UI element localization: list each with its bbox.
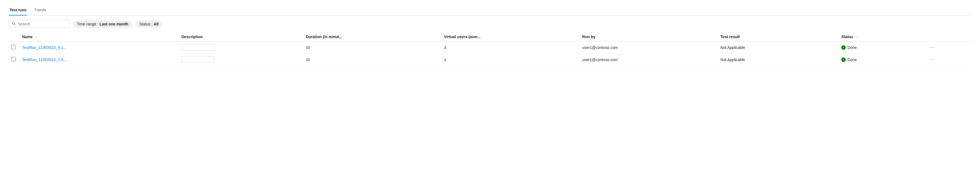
status-separator: : — [151, 22, 153, 26]
tabs-container: Test runs Trends — [9, 6, 971, 16]
row2-checkbox[interactable] — [11, 57, 16, 61]
table-header-row: Name ↑↓ Description Duration (in minut..… — [9, 32, 971, 41]
table-container: Name ↑↓ Description Duration (in minut..… — [9, 32, 971, 66]
time-range-filter[interactable]: Time range : Last one month — [73, 21, 132, 28]
search-input[interactable] — [18, 22, 67, 26]
col-header-run-by: Run by — [579, 32, 717, 41]
time-range-value: Last one month — [99, 22, 128, 26]
row1-status-label: Done — [847, 45, 856, 50]
row1-actions-cell: ··· — [924, 41, 971, 54]
search-icon — [12, 22, 16, 26]
row2-done-icon — [841, 57, 846, 62]
row1-name-cell: TestRun_11/8/2023_9:1... — [19, 41, 178, 54]
row1-checkbox[interactable] — [11, 45, 16, 49]
col-header-checkbox — [9, 32, 19, 41]
status-value: All — [154, 22, 159, 26]
row2-name-cell: TestRun_11/8/2023_7:5... — [19, 54, 178, 66]
status-filter[interactable]: Status : All — [135, 21, 162, 28]
search-box[interactable] — [9, 20, 70, 28]
row1-name-link[interactable]: TestRun_11/8/2023_9:1... — [22, 45, 66, 50]
col-header-virtual-users: Virtual users (aver... — [441, 32, 579, 41]
row1-description-input[interactable] — [181, 44, 215, 51]
row1-description-cell — [178, 41, 302, 54]
test-runs-table: Name ↑↓ Description Duration (in minut..… — [9, 32, 971, 66]
row1-more-actions-button[interactable]: ··· — [928, 44, 936, 51]
row2-description-input[interactable] — [181, 56, 215, 63]
row2-test-result-cell: Not Applicable — [717, 54, 838, 66]
row2-name-link[interactable]: TestRun_11/8/2023_7:5... — [22, 57, 66, 62]
row2-run-by-cell: user1@contoso.com — [579, 54, 717, 66]
col-header-name[interactable]: Name ↑↓ — [19, 32, 178, 41]
tab-trends[interactable]: Trends — [34, 6, 47, 16]
col-header-status[interactable]: Status ↑↓ — [838, 32, 924, 41]
tab-test-runs[interactable]: Test runs — [9, 6, 27, 16]
time-range-label: Time range — [77, 22, 96, 26]
col-header-description: Description — [178, 32, 302, 41]
row1-test-result-cell: Not Applicable — [717, 41, 838, 54]
name-sort-icon[interactable]: ↑↓ — [35, 36, 38, 38]
row1-checkbox-cell[interactable] — [9, 41, 19, 54]
row1-status-cell: Done — [838, 41, 924, 54]
toolbar: Time range : Last one month Status : All — [9, 20, 971, 28]
table-row: TestRun_11/8/2023_7:5... 10 3 user1@cont… — [9, 54, 971, 66]
row1-virtual-users-cell: 3 — [441, 41, 579, 54]
col-header-duration: Duration (in minut... — [302, 32, 441, 41]
table-row: TestRun_11/8/2023_9:1... 10 3 user1@cont… — [9, 41, 971, 54]
row2-status-cell: Done — [838, 54, 924, 66]
status-label: Status — [139, 22, 150, 26]
row2-description-cell — [178, 54, 302, 66]
col-header-test-result: Test result — [717, 32, 838, 41]
status-sort-icon[interactable]: ↑↓ — [855, 36, 858, 38]
row1-duration-cell: 10 — [302, 41, 441, 54]
svg-line-1 — [14, 24, 16, 25]
row2-checkbox-cell[interactable] — [9, 54, 19, 66]
row2-actions-cell: ··· — [924, 54, 971, 66]
row1-done-icon — [841, 45, 846, 50]
row1-run-by-cell: user1@contoso.com — [579, 41, 717, 54]
row2-more-actions-button[interactable]: ··· — [928, 56, 936, 63]
row2-status-label: Done — [847, 57, 856, 62]
row2-virtual-users-cell: 3 — [441, 54, 579, 66]
col-header-actions — [924, 32, 971, 41]
time-range-separator: : — [97, 22, 99, 26]
row2-duration-cell: 10 — [302, 54, 441, 66]
